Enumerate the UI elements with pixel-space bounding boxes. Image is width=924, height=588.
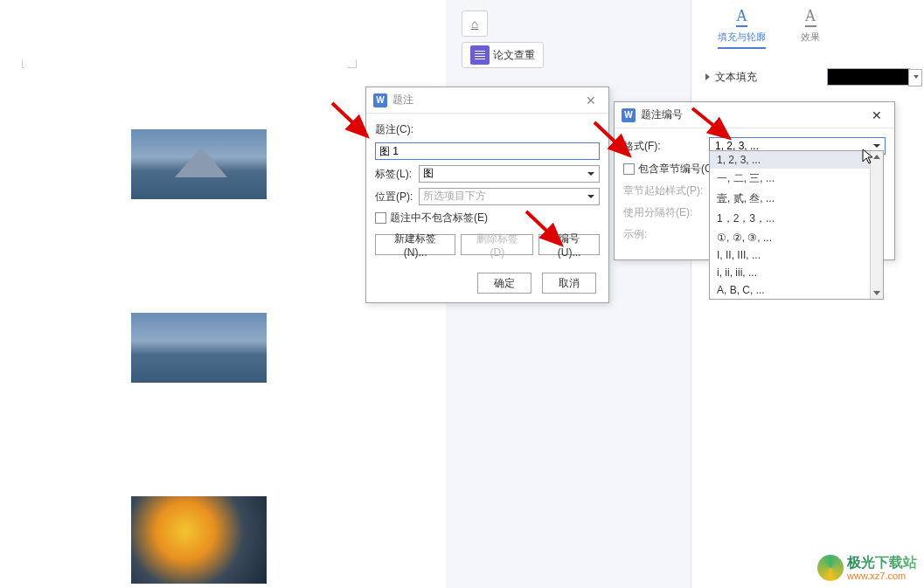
- include-chapter-checkbox[interactable]: [623, 163, 635, 175]
- tab-fill-outline[interactable]: A 填充与轮廓: [718, 7, 766, 49]
- dropdown-option-6[interactable]: i, ii, iii, ...: [710, 264, 870, 281]
- mountain-shape: [175, 147, 227, 177]
- tab-label-effects: 效果: [801, 31, 820, 44]
- caption-dialog: W 题注 ✕ 题注(C): 标签(L): 图 位置(P): 所选项目下方: [365, 86, 609, 303]
- numbering-dialog-title: 题注编号: [641, 107, 683, 122]
- text-fill-label-wrap[interactable]: 文本填充: [705, 70, 757, 85]
- app-icon: W: [373, 93, 387, 107]
- tag-select[interactable]: 图: [419, 165, 600, 183]
- numbering-button[interactable]: 编号(U)...: [538, 234, 600, 255]
- underline-button[interactable]: ⌂: [462, 10, 488, 37]
- exclude-label-text: 题注中不包含标签(E): [390, 211, 488, 225]
- dropdown-scrollbar[interactable]: [870, 151, 883, 299]
- delete-tag-button: 删除标签(D): [461, 234, 533, 255]
- format-dropdown-list: 1, 2, 3, ... 一, 二, 三, ... 壹, 贰, 叁, ... 1…: [710, 151, 870, 299]
- new-tag-button[interactable]: 新建标签(N)...: [375, 234, 455, 255]
- exclude-label-checkbox-row[interactable]: 题注中不包含标签(E): [375, 211, 600, 225]
- caption-field-label: 题注(C):: [375, 122, 419, 137]
- dropdown-option-4[interactable]: ①, ②, ③, ...: [710, 229, 870, 246]
- tag-field-label: 标签(L):: [375, 167, 419, 182]
- thesis-check-label: 论文查重: [493, 48, 535, 63]
- ok-button[interactable]: 确定: [477, 273, 531, 294]
- right-panel-tabs: A 填充与轮廓 A 效果: [691, 0, 924, 49]
- exclude-label-checkbox[interactable]: [375, 212, 386, 224]
- dropdown-option-5[interactable]: I, II, III, ...: [710, 246, 870, 264]
- color-dropdown-arrow-icon: [914, 75, 919, 79]
- numbering-dialog-close-icon[interactable]: ✕: [866, 107, 887, 124]
- caption-input[interactable]: [375, 142, 600, 160]
- caption-dialog-header[interactable]: W 题注 ✕: [366, 87, 608, 114]
- tab-effects[interactable]: A 效果: [801, 7, 820, 49]
- format-dropdown: 1, 2, 3, ... 一, 二, 三, ... 壹, 贰, 叁, ... 1…: [709, 150, 884, 300]
- thesis-check-button[interactable]: 论文查重: [462, 42, 544, 68]
- caption-dialog-footer: 确定 取消: [366, 266, 608, 302]
- scroll-down-icon[interactable]: [873, 291, 880, 295]
- watermark-logo-icon: [817, 555, 844, 581]
- position-select-value: 所选项目下方: [423, 190, 486, 202]
- format-label: 格式(F):: [623, 139, 709, 154]
- watermark: 极光下载站 www.xz7.com: [817, 555, 917, 581]
- tab-label-fill: 填充与轮廓: [718, 31, 766, 44]
- caption-dialog-close-icon[interactable]: ✕: [580, 92, 601, 109]
- chevron-down-icon: [873, 144, 880, 148]
- chevron-down-icon: [587, 172, 594, 176]
- color-swatch[interactable]: [827, 68, 910, 86]
- caption-dialog-body: 题注(C): 标签(L): 图 位置(P): 所选项目下方 题注中不包含标签(E…: [366, 114, 608, 266]
- position-select[interactable]: 所选项目下方: [419, 188, 600, 205]
- position-field-label: 位置(P):: [375, 190, 419, 204]
- separator-label: 使用分隔符(E):: [623, 205, 709, 220]
- page-margin-marker: [22, 59, 24, 68]
- tab-icon-fill: A: [736, 7, 747, 27]
- thesis-check-icon: [470, 45, 490, 65]
- numbering-dialog-header[interactable]: W 题注编号 ✕: [615, 102, 894, 128]
- document-image-2[interactable]: [131, 313, 267, 383]
- scroll-up-icon[interactable]: [873, 155, 880, 159]
- tab-icon-effects: A: [805, 7, 816, 27]
- chapter-style-label: 章节起始样式(P):: [623, 183, 709, 198]
- example-label: 示例:: [623, 227, 709, 242]
- page-margin-marker-right: [348, 59, 357, 68]
- cancel-button[interactable]: 取消: [542, 273, 596, 294]
- tag-select-value: 图: [423, 167, 434, 179]
- dropdown-option-1[interactable]: 一, 二, 三, ...: [710, 169, 870, 189]
- document-image-1[interactable]: [131, 129, 267, 199]
- chevron-down-icon: [587, 195, 594, 198]
- watermark-url: www.xz7.com: [847, 571, 917, 581]
- text-fill-row: 文本填充: [691, 58, 924, 96]
- caption-dialog-title: 题注: [393, 93, 413, 107]
- text-fill-label: 文本填充: [715, 70, 757, 85]
- dropdown-option-3[interactable]: 1，2，3，...: [710, 209, 870, 229]
- underline-icon: ⌂: [471, 17, 478, 31]
- dropdown-option-7[interactable]: A, B, C, ...: [710, 281, 870, 299]
- watermark-name: 极光下载站: [847, 555, 917, 571]
- dropdown-option-0[interactable]: 1, 2, 3, ...: [710, 151, 870, 169]
- app-icon: W: [622, 108, 636, 122]
- document-image-3[interactable]: [131, 496, 267, 584]
- include-chapter-label: 包含章节编号(C): [638, 162, 716, 176]
- dropdown-option-2[interactable]: 壹, 贰, 叁, ...: [710, 189, 870, 209]
- expand-triangle-icon: [705, 73, 710, 80]
